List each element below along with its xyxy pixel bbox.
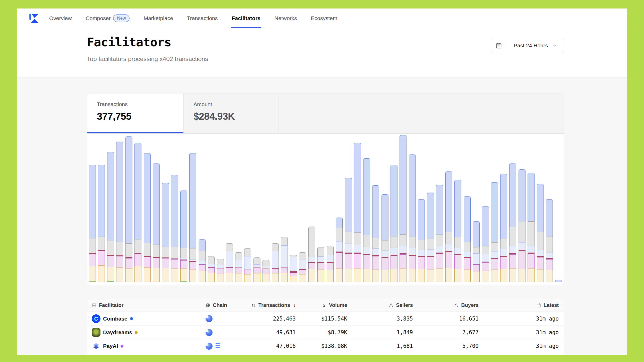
table-row[interactable] <box>87 353 564 355</box>
bar-segment-gray <box>281 237 288 245</box>
chart-bar[interactable] <box>244 248 251 282</box>
chart-bar[interactable] <box>189 153 196 282</box>
chart-bar[interactable] <box>427 193 434 282</box>
chart-bar[interactable] <box>272 243 279 282</box>
chart-bar[interactable] <box>546 199 553 282</box>
bar-segment-lavender <box>519 242 526 250</box>
chart-bar[interactable] <box>382 194 388 282</box>
table-row-coinbase[interactable]: CCoinbase225,463$115.54K3,83516,65131m a… <box>87 312 564 325</box>
column-header-buyers[interactable]: Buyers <box>413 302 479 308</box>
tab-amount[interactable]: Amount $284.93K <box>184 93 278 133</box>
chart-bar[interactable] <box>354 143 361 282</box>
chart-bar[interactable] <box>89 165 96 282</box>
chart-bar[interactable] <box>253 257 260 282</box>
chart-bar[interactable] <box>180 191 187 282</box>
chart-bar[interactable] <box>537 184 544 282</box>
nav-item-transactions[interactable]: Transactions <box>186 8 218 28</box>
bar-segment-cream <box>454 269 461 282</box>
chart-bar[interactable] <box>482 206 489 282</box>
nav-item-ecosystem[interactable]: Ecosystem <box>310 8 338 28</box>
chart-bar[interactable] <box>317 247 324 282</box>
chart-bar[interactable] <box>125 136 132 282</box>
nav-item-composer[interactable]: ComposerNew <box>85 8 131 28</box>
chart-bar[interactable] <box>98 165 105 282</box>
chart-bar[interactable] <box>509 163 516 282</box>
bar-segment-lavender <box>537 250 544 256</box>
column-header-transactions[interactable]: Transactions↓ <box>242 302 296 308</box>
transactions-value: 47,016 <box>276 343 296 349</box>
chart-bar[interactable] <box>308 227 315 282</box>
bar-segment-lavender <box>509 246 516 253</box>
bar-segment-gray <box>98 237 105 250</box>
nav-item-facilitators[interactable]: Facilitators <box>231 8 261 28</box>
sellers-value: 1,681 <box>397 343 413 349</box>
column-header-sellers[interactable]: Sellers <box>347 302 413 308</box>
nav-item-marketplace[interactable]: Marketplace <box>143 8 174 28</box>
chart-bar[interactable] <box>235 252 242 282</box>
buyers-value: 7,677 <box>462 329 479 335</box>
chart-bar[interactable] <box>116 142 123 282</box>
chart-bar[interactable] <box>153 163 160 282</box>
bar-segment-lavender <box>262 266 269 269</box>
bar-segment-gray <box>336 228 343 241</box>
chart-bar[interactable] <box>519 169 526 282</box>
chart-bar[interactable] <box>107 152 114 282</box>
chart-bar[interactable] <box>327 246 334 282</box>
chart-bar[interactable] <box>454 180 461 282</box>
chart-bar[interactable] <box>226 243 233 282</box>
person-icon <box>454 303 459 308</box>
bar-segment-cream <box>317 270 324 282</box>
chart-bar[interactable] <box>464 196 471 282</box>
chart-bar[interactable] <box>336 218 343 282</box>
chart-bar[interactable] <box>162 183 169 282</box>
column-header-latest[interactable]: Latest <box>479 302 564 308</box>
chart-bar[interactable] <box>290 255 297 282</box>
chart-bar[interactable] <box>555 280 562 282</box>
chart-bar[interactable] <box>418 199 425 282</box>
column-header-volume[interactable]: Volume <box>296 302 347 308</box>
bar-segment-gray <box>235 252 242 260</box>
column-label: Facilitator <box>99 302 124 308</box>
chart-bar[interactable] <box>528 173 535 282</box>
chart-bar[interactable] <box>208 256 215 282</box>
chart-bar[interactable] <box>473 221 480 282</box>
chart-bar[interactable] <box>391 165 397 282</box>
chart-bar[interactable] <box>500 174 507 282</box>
table-row-payai[interactable]: PayAI 47,016$138.08K1,6815,70031m ago <box>87 339 564 353</box>
chart-bar[interactable] <box>171 175 178 282</box>
chart-bar[interactable] <box>134 143 141 282</box>
chart-bar[interactable] <box>445 171 452 282</box>
chart-bar[interactable] <box>144 153 151 282</box>
chart-bar[interactable] <box>372 185 379 282</box>
column-header-facilitator[interactable]: Facilitator <box>87 302 206 308</box>
bar-segment-cream <box>189 270 196 282</box>
bar-segment-cream <box>528 269 535 282</box>
bar-segment-gray <box>382 240 388 251</box>
chart-bar[interactable] <box>491 182 498 282</box>
bar-segment-lavender <box>418 250 425 256</box>
bar-segment-cream <box>153 268 160 282</box>
chart-bar[interactable] <box>436 185 443 282</box>
chart-bar[interactable] <box>400 135 406 282</box>
chart-bar[interactable] <box>345 178 352 282</box>
nav-item-networks[interactable]: Networks <box>274 8 298 28</box>
payai-logo <box>92 342 100 350</box>
bar-segment-cream <box>464 270 471 282</box>
chart-bar[interactable] <box>363 158 370 282</box>
globe-icon <box>206 303 210 308</box>
bar-segment-gray <box>546 237 553 253</box>
chart-bar[interactable] <box>262 260 269 282</box>
nav-item-overview[interactable]: Overview <box>48 8 73 28</box>
bar-segment-pink <box>162 258 169 268</box>
x402-logo-icon[interactable] <box>29 13 39 23</box>
bar-segment-cream <box>436 269 443 282</box>
chart-bar[interactable] <box>199 239 206 282</box>
chart-bar[interactable] <box>299 252 306 282</box>
table-row-daydreams[interactable]: Daydreams49,631$8.79K1,8497,67731m ago <box>87 325 564 339</box>
chart-bar[interactable] <box>281 237 288 282</box>
time-range-dropdown[interactable]: Past 24 Hours <box>491 38 564 53</box>
tab-transactions[interactable]: Transactions 377,755 <box>87 93 184 133</box>
column-header-chain[interactable]: Chain <box>206 302 242 308</box>
chart-bar[interactable] <box>409 154 416 282</box>
chart-bar[interactable] <box>217 259 224 282</box>
